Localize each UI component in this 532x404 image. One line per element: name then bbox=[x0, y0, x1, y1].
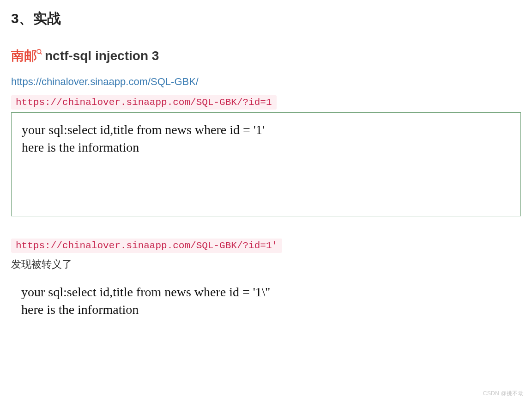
svg-line-1 bbox=[40, 53, 42, 54]
search-icon bbox=[36, 48, 43, 58]
output-line: here is the information bbox=[21, 301, 520, 318]
output-line: here is the information bbox=[22, 139, 510, 156]
body-text: 发现被转义了 bbox=[11, 257, 521, 271]
output-box-2: your sql:select id,title from news where… bbox=[11, 277, 521, 318]
watermark: CSDN @挑不动 bbox=[483, 390, 524, 398]
section-heading: 3、实战 bbox=[11, 9, 521, 28]
subsection-heading: 南邮 nctf-sql injection 3 bbox=[11, 47, 521, 65]
output-box-1: your sql:select id,title from news where… bbox=[11, 112, 521, 216]
code-snippet-2: https://chinalover.sinaapp.com/SQL-GBK/?… bbox=[11, 239, 282, 253]
svg-point-0 bbox=[37, 49, 41, 54]
heading-rest: nctf-sql injection 3 bbox=[45, 49, 159, 63]
output-line: your sql:select id,title from news where… bbox=[21, 283, 520, 301]
heading-highlight: 南邮 bbox=[11, 49, 37, 63]
url-link[interactable]: https://chinalover.sinaapp.com/SQL-GBK/ bbox=[11, 76, 521, 88]
output-line: your sql:select id,title from news where… bbox=[22, 121, 510, 139]
code-snippet-1: https://chinalover.sinaapp.com/SQL-GBK/?… bbox=[11, 95, 277, 110]
